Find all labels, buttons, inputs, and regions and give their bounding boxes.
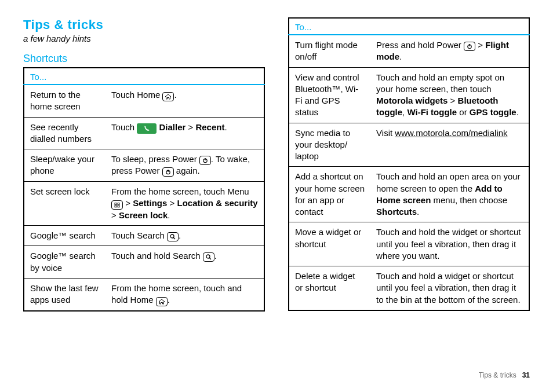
search-icon: [203, 252, 214, 262]
svg-point-8: [170, 235, 174, 238]
svg-point-10: [206, 255, 210, 258]
shortcuts-table-right: To... Turn flight mode on/offPress and h…: [288, 17, 530, 311]
row-task: Add a shortcut on your home screen for a…: [289, 167, 370, 222]
table-row: See recently dialled numbersTouch Dialle…: [24, 117, 264, 149]
table-row: Show the last few apps usedFrom the home…: [24, 278, 264, 311]
power-icon: [464, 42, 475, 51]
row-action: Touch and hold the widget or shortcut un…: [370, 222, 529, 266]
svg-rect-5: [118, 203, 119, 204]
table-row: Sleep/wake your phoneTo sleep, press Pow…: [24, 149, 264, 182]
table-row: Delete a widget or shortcutTouch and hol…: [289, 266, 529, 310]
row-task: Delete a widget or shortcut: [289, 266, 370, 310]
row-task: Google™ search: [24, 226, 105, 246]
row-task: Return to the home screen: [24, 85, 105, 117]
row-action: Touch and hold Search .: [105, 246, 264, 279]
table-row: Google™ search by voiceTouch and hold Se…: [24, 246, 264, 279]
row-action: Touch and hold an empty spot on your hom…: [370, 67, 529, 123]
power-icon: [162, 167, 174, 177]
row-action: Touch Dialler > Recent.: [105, 117, 264, 149]
home-icon: [162, 92, 174, 101]
row-action: Touch and hold a widget or shortcut unti…: [370, 266, 529, 310]
table-row: View and control Bluetooth™, Wi-Fi and G…: [289, 67, 529, 123]
row-action: From the home screen, touch and hold Hom…: [105, 278, 264, 311]
home-icon: [156, 297, 168, 306]
link[interactable]: www.motorola.com/medialink: [395, 128, 507, 138]
row-task: See recently dialled numbers: [24, 117, 105, 149]
table-header: To...: [289, 18, 529, 35]
svg-rect-6: [115, 206, 117, 207]
row-task: Sleep/wake your phone: [24, 149, 105, 182]
row-action: Press and hold Power > Flight mode.: [370, 35, 529, 67]
dialler-icon: [137, 123, 157, 134]
row-task: Move a widget or shortcut: [289, 222, 370, 266]
row-action: Touch Search .: [105, 226, 264, 246]
row-task: Turn flight mode on/off: [289, 35, 370, 67]
page-subtitle: a few handy hints: [23, 34, 265, 43]
menu-icon: [111, 200, 123, 210]
row-action: Touch Home .: [105, 85, 264, 117]
shortcuts-table-left: To... Return to the home screenTouch Hom…: [23, 67, 265, 312]
svg-line-11: [209, 258, 211, 259]
power-icon: [199, 156, 211, 165]
table-row: Turn flight mode on/offPress and hold Po…: [289, 35, 529, 67]
row-action: From the home screen, touch Menu > Setti…: [105, 181, 264, 226]
page-footer: Tips & tricks31: [479, 371, 530, 379]
table-row: Google™ searchTouch Search .: [24, 226, 264, 246]
svg-line-9: [173, 237, 175, 239]
table-row: Set screen lockFrom the home screen, tou…: [24, 181, 264, 226]
row-task: Google™ search by voice: [24, 246, 105, 279]
row-task: Show the last few apps used: [24, 278, 105, 311]
row-action: Visit www.motorola.com/medialink: [370, 123, 529, 167]
page-title: Tips & tricks: [23, 17, 265, 32]
table-row: Return to the home screenTouch Home .: [24, 85, 264, 117]
section-heading: Shortcuts: [23, 53, 265, 65]
row-action: To sleep, press Power . To wake, press P…: [105, 149, 264, 182]
table-row: Move a widget or shortcutTouch and hold …: [289, 222, 529, 266]
search-icon: [167, 232, 179, 241]
table-row: Add a shortcut on your home screen for a…: [289, 167, 529, 222]
svg-rect-4: [115, 203, 117, 204]
table-row: Sync media to your desktop/ laptopVisit …: [289, 123, 529, 167]
row-action: Touch and hold an open area on your home…: [370, 167, 529, 222]
row-task: View and control Bluetooth™, Wi-Fi and G…: [289, 67, 370, 123]
svg-rect-7: [118, 206, 119, 207]
table-header: To...: [24, 68, 264, 85]
row-task: Set screen lock: [24, 181, 105, 226]
row-task: Sync media to your desktop/ laptop: [289, 123, 370, 167]
